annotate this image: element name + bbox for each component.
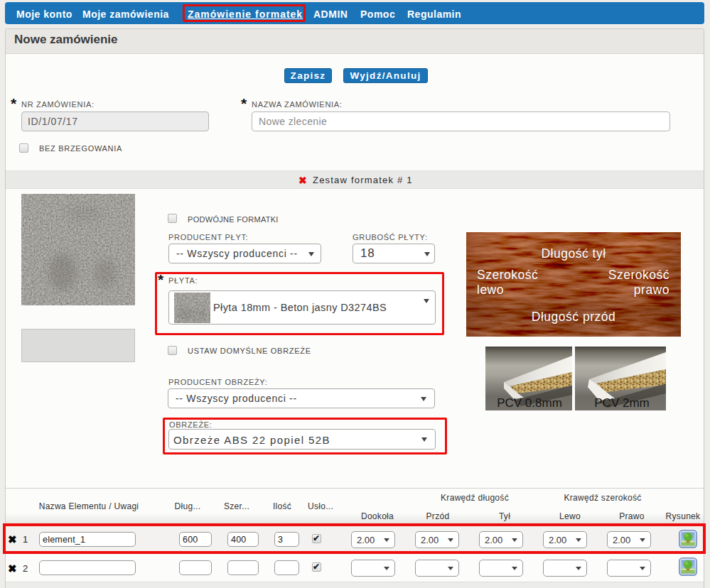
svg-text:PCV 2mm: PCV 2mm [594,396,649,410]
svg-text:PCV 0.8mm: PCV 0.8mm [497,396,562,410]
